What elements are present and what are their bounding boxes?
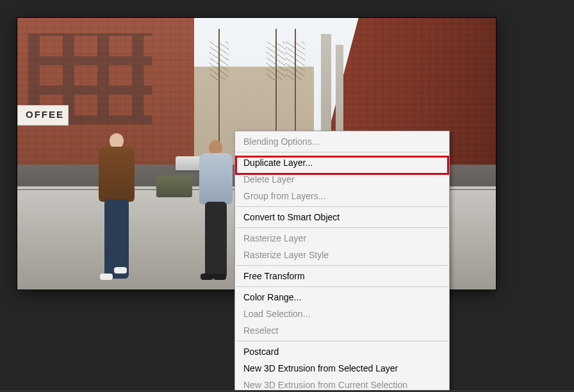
photo-person (199, 140, 233, 279)
photo-person (99, 133, 135, 279)
menu-convert-smart-object[interactable]: Convert to Smart Object (236, 209, 448, 225)
menu-separator (236, 206, 448, 207)
menu-blending-options[interactable]: Blending Options... (236, 133, 448, 150)
menu-rasterize-layer[interactable]: Rasterize Layer (236, 230, 448, 247)
menu-separator (236, 152, 448, 152)
menu-reselect[interactable]: Reselect (236, 322, 448, 339)
menu-separator (236, 341, 448, 341)
menu-delete-layer[interactable]: Delete Layer (236, 171, 448, 188)
menu-load-selection[interactable]: Load Selection... (236, 306, 448, 322)
menu-separator (236, 286, 448, 287)
layer-context-menu: Blending Options... Duplicate Layer... D… (234, 131, 450, 392)
menu-new-3d-extrusion-selected[interactable]: New 3D Extrusion from Selected Layer (236, 360, 448, 377)
menu-separator (236, 265, 448, 266)
menu-color-range[interactable]: Color Range... (236, 289, 448, 306)
menu-rasterize-layer-style[interactable]: Rasterize Layer Style (236, 247, 448, 263)
menu-free-transform[interactable]: Free Transform (236, 268, 448, 284)
menu-group-from-layers[interactable]: Group from Layers... (236, 188, 448, 204)
coffee-sign: OFFEE (17, 105, 69, 126)
menu-separator (236, 227, 448, 228)
menu-duplicate-layer[interactable]: Duplicate Layer... (236, 154, 448, 171)
photo-planter (156, 176, 192, 197)
menu-postcard[interactable]: Postcard (236, 343, 448, 360)
